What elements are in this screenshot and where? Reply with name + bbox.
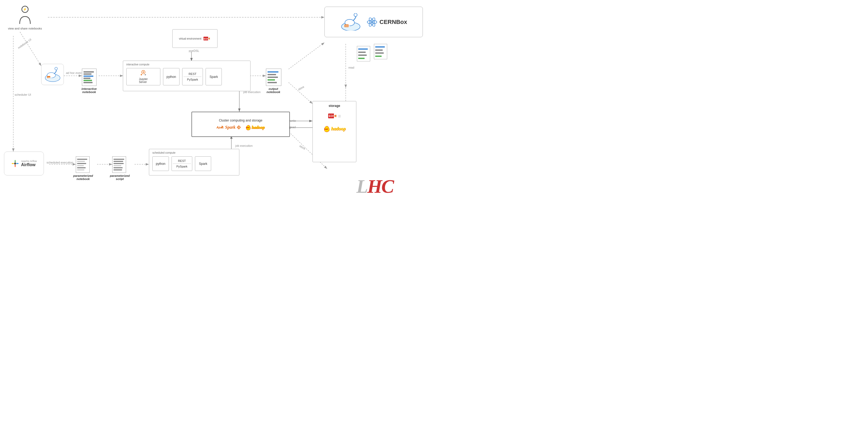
interactive-compute-box: interactive compute JupyterServer python…	[123, 61, 250, 91]
svg-line-4	[20, 32, 41, 66]
jupyter-server-box: JupyterServer	[126, 68, 160, 85]
scheduler-ui-label: scheduler UI	[14, 93, 31, 96]
svg-point-52	[335, 115, 337, 117]
store-output-label: store	[298, 85, 305, 91]
spark-box-interactive: Spark	[206, 68, 222, 85]
svg-text:⚡: ⚡	[23, 7, 27, 11]
svg-line-28	[288, 83, 312, 104]
view-share-label: view and share notebooks	[8, 27, 42, 30]
main-diagram: ⚡ view and share notebooks notebook UI s…	[0, 0, 434, 214]
hadoop-logo: had hadoop	[245, 124, 265, 130]
output-notebook-icon	[266, 69, 281, 86]
store-bottom-label: store	[299, 144, 306, 151]
svg-text:EOS: EOS	[204, 37, 209, 40]
svg-text:✦: ✦	[238, 126, 240, 129]
svg-point-59	[371, 21, 373, 23]
cluster-box: Cluster computing and storage Apache Spa…	[191, 112, 290, 137]
svg-text:Apache: Apache	[216, 126, 224, 129]
scheduled-compute-box: scheduled compute python REST PySpark Sp…	[149, 149, 239, 176]
storage-box: storage EOS ||| had hadoop	[312, 101, 356, 162]
job-execution-bottom-label: job execution	[235, 144, 253, 147]
svg-point-33	[55, 67, 57, 70]
spark-box-scheduled: Spark	[195, 156, 211, 171]
interactive-notebook-caption: interactive notebook	[79, 87, 100, 94]
cernbox-logo: CERNBox	[367, 17, 407, 27]
swan-logo-interactive: SWAN	[41, 64, 64, 85]
hadoop-storage-logo: had hadoop	[323, 125, 346, 132]
svg-point-39	[145, 74, 146, 75]
scheduled-compute-label: scheduled compute	[152, 151, 236, 154]
output-notebook-caption: output notebook	[263, 87, 284, 94]
pyedsl-label: pyeDSL	[189, 49, 199, 52]
eos-storage-logo: EOS |||	[328, 113, 341, 119]
cluster-title: Cluster computing and storage	[219, 119, 262, 122]
python-box-interactive: python	[163, 68, 180, 85]
svg-point-63	[14, 162, 16, 164]
param-script-caption: parameterized script	[108, 174, 131, 181]
read-cernbox-label: read	[348, 66, 354, 69]
person-icon: ⚡ view and share notebooks	[8, 5, 42, 30]
param-script-icon	[112, 156, 126, 173]
svg-text:had: had	[324, 128, 328, 130]
storage-title: storage	[329, 104, 340, 108]
swan-cernbox-box: SWAN CERNBox	[324, 7, 423, 37]
svg-point-56	[354, 13, 357, 17]
virtual-env-box: virtual environment EOS	[172, 29, 218, 48]
python-box-scheduled: python	[152, 156, 169, 171]
rest-pyspark-scheduled: REST PySpark	[172, 156, 192, 171]
svg-text:SWAN: SWAN	[345, 25, 350, 27]
cernbox-notebook-stack	[359, 44, 387, 59]
rest-pyspark-box: REST PySpark	[182, 68, 203, 85]
svg-text:had: had	[246, 127, 249, 128]
interactive-notebook-icon	[82, 69, 96, 86]
svg-point-43	[209, 38, 210, 39]
read-label-cluster: read	[290, 125, 296, 129]
airflow-box: Apache Airflow Airflow	[4, 152, 44, 176]
notebook-ui-label: notebook UI	[17, 38, 32, 50]
svg-point-38	[141, 74, 142, 75]
write-label: write	[290, 119, 296, 122]
svg-point-37	[143, 71, 144, 73]
scheduled-execution-label: scheduled execution	[46, 161, 73, 164]
svg-line-13	[288, 42, 324, 69]
interactive-compute-label: interactive compute	[126, 63, 247, 66]
svg-text:SWAN: SWAN	[47, 77, 52, 79]
param-notebook-caption: parameterized notebook	[72, 174, 94, 181]
swan-cernbox-swan-logo: SWAN	[340, 13, 362, 31]
param-notebook-icon	[76, 156, 90, 173]
job-execution-top-label: job execution	[243, 90, 260, 94]
lhc-logo: LHC	[356, 176, 393, 197]
spark-logo: Apache Spark ✦	[216, 125, 241, 130]
